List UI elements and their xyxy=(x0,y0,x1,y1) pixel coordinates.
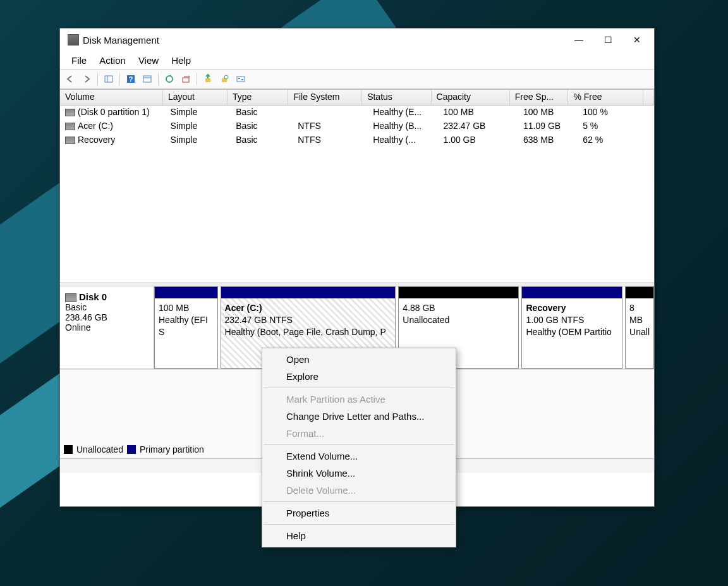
context-menu-separator xyxy=(264,388,454,388)
volume-row[interactable]: (Disk 0 partition 1)SimpleBasicHealthy (… xyxy=(60,106,654,119)
partition-header xyxy=(399,287,518,298)
volume-cell-layout: Simple xyxy=(166,119,231,133)
rescan-icon[interactable] xyxy=(178,71,193,87)
partition-body: 100 MBHealthy (EFI S xyxy=(155,298,217,368)
legend-unallocated-swatch xyxy=(64,445,73,454)
volume-cell-status: Healthy (... xyxy=(368,133,438,147)
context-menu-item[interactable]: Properties xyxy=(262,504,456,522)
volume-cell-type: Basic xyxy=(231,106,293,119)
volume-icon xyxy=(65,109,75,116)
volume-cell-capacity: 232.47 GB xyxy=(438,119,518,133)
column-header-pct[interactable]: % Free xyxy=(568,90,643,105)
column-header-free[interactable]: Free Sp... xyxy=(510,90,569,105)
svg-rect-8 xyxy=(205,78,210,82)
partition-body: 8 MBUnall xyxy=(626,298,653,368)
volume-icon xyxy=(65,137,75,144)
refresh-icon[interactable] xyxy=(162,71,177,87)
volume-cell-status: Healthy (B... xyxy=(368,119,438,133)
volume-list-header: VolumeLayoutTypeFile SystemStatusCapacit… xyxy=(60,89,654,106)
back-button[interactable] xyxy=(63,71,78,87)
context-menu-separator xyxy=(264,524,454,525)
context-menu-item[interactable]: Help xyxy=(262,527,456,544)
context-menu-item: Format... xyxy=(262,425,456,442)
volume-cell-layout: Simple xyxy=(166,133,231,147)
partition-block[interactable]: Recovery1.00 GB NTFSHealthy (OEM Partiti… xyxy=(521,286,622,369)
volume-cell-volume: Acer (C:) xyxy=(60,119,166,133)
volume-cell-pct: 62 % xyxy=(578,133,654,147)
column-header-volume[interactable]: Volume xyxy=(60,90,163,105)
volume-cell-pct: 5 % xyxy=(578,119,654,133)
context-menu-item[interactable]: Explore xyxy=(262,368,456,385)
context-menu-item: Delete Volume... xyxy=(262,482,456,499)
menu-action[interactable]: Action xyxy=(93,52,132,68)
disk-state: Online xyxy=(65,322,149,333)
attach-vhd-icon[interactable] xyxy=(200,71,215,87)
svg-rect-4 xyxy=(143,76,151,82)
disk-icon xyxy=(65,293,76,302)
volume-cell-layout: Simple xyxy=(166,106,231,119)
partition-header xyxy=(155,287,217,298)
context-menu: OpenExploreMark Partition as ActiveChang… xyxy=(262,348,456,547)
svg-rect-11 xyxy=(237,76,245,82)
detach-vhd-icon[interactable] xyxy=(217,71,232,87)
minimize-button[interactable]: — xyxy=(564,30,593,49)
column-header-status[interactable]: Status xyxy=(362,90,431,105)
window-title: Disk Management xyxy=(83,35,564,46)
legend: Unallocated Primary partition xyxy=(64,444,204,455)
volume-cell-pct: 100 % xyxy=(578,106,654,119)
disk-name: Disk 0 xyxy=(79,291,107,302)
app-icon xyxy=(68,34,79,46)
maximize-button[interactable]: ☐ xyxy=(593,30,622,49)
menu-view[interactable]: View xyxy=(132,52,165,68)
properties-icon[interactable] xyxy=(140,71,155,87)
column-header-layout[interactable]: Layout xyxy=(163,90,228,105)
volume-row[interactable]: RecoverySimpleBasicNTFSHealthy (...1.00 … xyxy=(60,133,654,147)
title-bar[interactable]: Disk Management — ☐ ✕ xyxy=(60,28,654,51)
context-menu-item[interactable]: Extend Volume... xyxy=(262,448,456,465)
partition-block[interactable]: 100 MBHealthy (EFI S xyxy=(154,286,218,369)
context-menu-separator xyxy=(264,501,454,502)
volume-cell-fs xyxy=(293,106,368,119)
legend-unallocated-label: Unallocated xyxy=(76,444,123,455)
partition-block[interactable]: 8 MBUnall xyxy=(625,286,654,369)
context-menu-item[interactable]: Shrink Volume... xyxy=(262,465,456,482)
forward-button[interactable] xyxy=(79,71,94,87)
partition-header xyxy=(221,287,396,298)
context-menu-item[interactable]: Open xyxy=(262,351,456,368)
menu-bar: File Action View Help xyxy=(60,51,654,70)
disk-size: 238.46 GB xyxy=(65,312,149,322)
volume-cell-volume: (Disk 0 partition 1) xyxy=(60,106,166,119)
close-button[interactable]: ✕ xyxy=(622,30,652,49)
volume-cell-type: Basic xyxy=(231,119,293,133)
svg-rect-12 xyxy=(238,78,240,79)
disk-type: Basic xyxy=(65,302,149,312)
menu-help[interactable]: Help xyxy=(165,52,197,68)
partition-body: Recovery1.00 GB NTFSHealthy (OEM Partiti… xyxy=(522,298,622,368)
legend-primary-label: Primary partition xyxy=(140,444,204,455)
menu-file[interactable]: File xyxy=(65,52,93,68)
show-hide-console-tree-icon[interactable] xyxy=(101,71,116,87)
volume-row[interactable]: Acer (C:)SimpleBasicNTFSHealthy (B...232… xyxy=(60,119,654,133)
volume-cell-free: 11.09 GB xyxy=(518,119,578,133)
context-menu-item[interactable]: Change Drive Letter and Paths... xyxy=(262,408,456,425)
column-header-fs[interactable]: File System xyxy=(288,90,362,105)
volume-cell-capacity: 100 MB xyxy=(438,106,518,119)
volume-cell-free: 100 MB xyxy=(518,106,578,119)
partition-header xyxy=(626,287,653,298)
toolbar: ? xyxy=(60,70,654,89)
volume-cell-free: 638 MB xyxy=(518,133,578,147)
volume-cell-fs: NTFS xyxy=(293,133,368,147)
disk-info[interactable]: Disk 0 Basic 238.46 GB Online xyxy=(60,286,154,369)
svg-point-6 xyxy=(166,76,173,82)
settings-icon[interactable] xyxy=(233,71,248,87)
volume-cell-fs: NTFS xyxy=(293,119,368,133)
help-icon[interactable]: ? xyxy=(123,71,138,87)
volume-list[interactable]: (Disk 0 partition 1)SimpleBasicHealthy (… xyxy=(60,106,654,283)
column-header-capacity[interactable]: Capacity xyxy=(432,90,510,105)
svg-rect-13 xyxy=(241,79,243,80)
svg-rect-7 xyxy=(183,78,189,82)
column-header-type[interactable]: Type xyxy=(228,90,288,105)
partition-header xyxy=(522,287,622,298)
svg-rect-0 xyxy=(105,76,112,82)
volume-icon xyxy=(65,123,75,130)
